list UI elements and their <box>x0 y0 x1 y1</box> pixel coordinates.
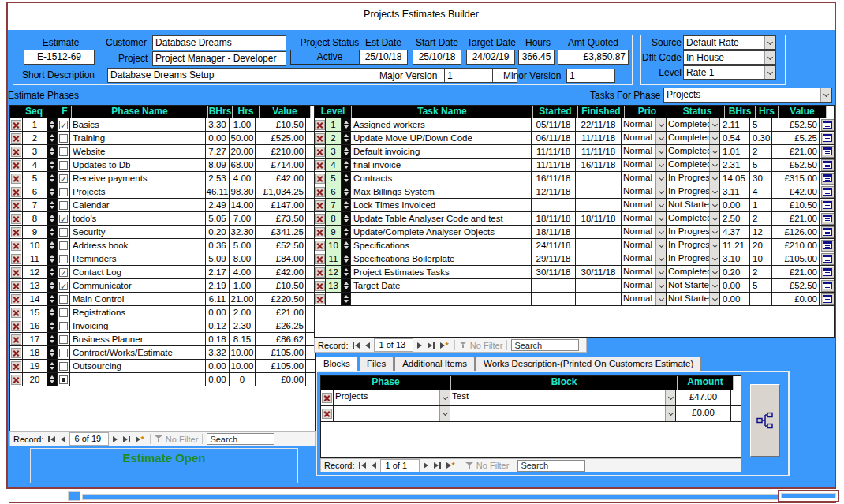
task-priority-combo[interactable]: Normal <box>622 199 667 211</box>
spin-down-icon[interactable] <box>344 219 349 222</box>
phase-bhrs[interactable]: 3.30 <box>206 118 230 131</box>
task-builder-button[interactable] <box>821 213 835 225</box>
task-name[interactable]: Update Table Analyser Code and test <box>351 212 532 225</box>
phase-hrs[interactable]: 8.15 <box>230 333 256 345</box>
task-finished-date[interactable] <box>576 279 622 292</box>
phase-flag-checkbox[interactable] <box>59 161 68 170</box>
dropdown-arrow-icon[interactable] <box>655 279 666 292</box>
spin-up-icon[interactable] <box>50 268 54 271</box>
phase-hrs[interactable]: 2.00 <box>230 306 256 319</box>
task-priority-combo[interactable]: Normal <box>622 279 667 292</box>
phase-name[interactable]: Training <box>70 132 206 144</box>
spin-down-icon[interactable] <box>50 166 54 169</box>
task-finished-date[interactable]: 16/11/18 <box>576 159 622 171</box>
dropdown-arrow-icon[interactable] <box>709 252 719 265</box>
phase-value[interactable]: £210.00 <box>256 145 306 158</box>
spin-down-icon[interactable] <box>50 286 54 289</box>
phase-value[interactable]: £86.62 <box>256 333 306 345</box>
phase-hrs[interactable]: 7.00 <box>230 212 256 225</box>
task-priority-combo[interactable]: Normal <box>622 239 667 252</box>
new-record-button[interactable]: * <box>439 342 450 349</box>
delete-row-button[interactable] <box>315 281 325 291</box>
delete-row-button[interactable] <box>11 361 21 371</box>
delete-row-button[interactable] <box>315 174 325 184</box>
search-input[interactable] <box>511 339 579 351</box>
phase-flag-checkbox[interactable] <box>59 121 68 129</box>
spin-down-icon[interactable] <box>344 233 349 236</box>
task-priority-combo[interactable]: Normal <box>622 159 667 171</box>
spin-up-icon[interactable] <box>50 282 54 285</box>
dropdown-arrow-icon[interactable] <box>764 51 775 64</box>
new-record-button[interactable]: * <box>134 436 146 442</box>
tab-blocks[interactable]: Blocks <box>316 357 358 371</box>
spin-down-icon[interactable] <box>50 233 54 236</box>
row-move-spinner[interactable] <box>342 212 350 225</box>
phase-hrs[interactable]: 21.00 <box>230 293 256 305</box>
spin-up-icon[interactable] <box>50 308 54 312</box>
phase-hrs[interactable]: 10.00 <box>230 346 256 359</box>
task-priority-combo[interactable]: Normal <box>622 118 667 131</box>
phase-bhrs[interactable]: 2.17 <box>206 266 230 278</box>
row-move-spinner[interactable] <box>47 226 57 238</box>
task-builder-button[interactable] <box>821 146 835 158</box>
phase-flag-checkbox[interactable] <box>59 268 68 277</box>
hours-field[interactable]: 366.45 <box>518 50 555 65</box>
spin-up-icon[interactable] <box>50 215 54 218</box>
source-combo[interactable]: Default Rate <box>683 35 776 50</box>
task-priority-combo[interactable]: Normal <box>622 172 667 185</box>
task-name[interactable]: Project Estimates Tasks <box>351 266 532 278</box>
phase-bhrs[interactable]: 0.12 <box>206 319 230 332</box>
delete-row-button[interactable] <box>11 160 21 170</box>
minor-version-field[interactable]: 1 <box>566 69 615 83</box>
delete-row-button[interactable] <box>315 160 325 170</box>
task-hrs[interactable]: 1 <box>750 199 772 211</box>
spin-up-icon[interactable] <box>50 161 54 164</box>
delete-row-button[interactable] <box>315 214 325 224</box>
dropdown-arrow-icon[interactable] <box>764 66 775 79</box>
last-record-button[interactable] <box>426 342 436 349</box>
spin-down-icon[interactable] <box>50 139 54 142</box>
dropdown-arrow-icon[interactable] <box>655 199 666 211</box>
task-name[interactable] <box>351 293 532 305</box>
task-builder-button[interactable] <box>821 293 835 305</box>
phase-value[interactable]: £105.00 <box>256 360 306 372</box>
row-move-spinner[interactable] <box>47 360 57 372</box>
dropdown-arrow-icon[interactable] <box>709 145 719 158</box>
search-input[interactable] <box>207 433 274 445</box>
row-move-spinner[interactable] <box>342 239 350 252</box>
spin-down-icon[interactable] <box>50 125 54 129</box>
dropdown-arrow-icon[interactable] <box>655 239 666 252</box>
task-status-combo[interactable]: Not Started <box>667 279 720 292</box>
phase-flag-checkbox[interactable] <box>59 295 68 304</box>
dropdown-arrow-icon[interactable] <box>665 406 675 421</box>
next-record-button[interactable] <box>422 462 430 469</box>
task-bhrs[interactable]: 0.00 <box>720 199 750 211</box>
block-phase-combo[interactable] <box>334 406 450 421</box>
phase-hrs[interactable]: 68.00 <box>230 159 256 171</box>
task-finished-date[interactable] <box>576 226 622 238</box>
next-record-button[interactable] <box>416 342 424 349</box>
phase-hrs[interactable]: 4.00 <box>230 172 256 185</box>
task-hrs[interactable]: 5 <box>750 279 772 292</box>
phase-flag-checkbox[interactable] <box>59 375 68 384</box>
task-hrs[interactable] <box>750 293 772 305</box>
task-status-combo[interactable]: In Progress <box>667 172 720 185</box>
task-priority-combo[interactable]: Normal <box>622 212 667 225</box>
dropdown-arrow-icon[interactable] <box>709 212 719 225</box>
row-move-spinner[interactable] <box>342 266 350 278</box>
task-status-combo[interactable]: Completed <box>667 266 720 278</box>
task-builder-button[interactable] <box>821 133 835 144</box>
task-name[interactable]: Default invoicing <box>351 145 532 158</box>
phase-flag-checkbox[interactable] <box>59 215 68 223</box>
phase-bhrs[interactable]: 0.00 <box>206 373 230 386</box>
row-move-spinner[interactable] <box>342 145 350 158</box>
task-priority-combo[interactable]: Normal <box>622 252 667 265</box>
dropdown-arrow-icon[interactable] <box>709 132 719 144</box>
task-started-date[interactable] <box>532 199 576 211</box>
phase-bhrs[interactable]: 6.11 <box>206 293 230 305</box>
major-version-field[interactable]: 1 <box>444 69 493 83</box>
task-status-combo[interactable]: Not Started <box>667 199 720 211</box>
spin-up-icon[interactable] <box>50 349 54 352</box>
spin-up-icon[interactable] <box>50 201 54 204</box>
task-name[interactable]: Update/Complete Analyser Objects <box>351 226 532 238</box>
